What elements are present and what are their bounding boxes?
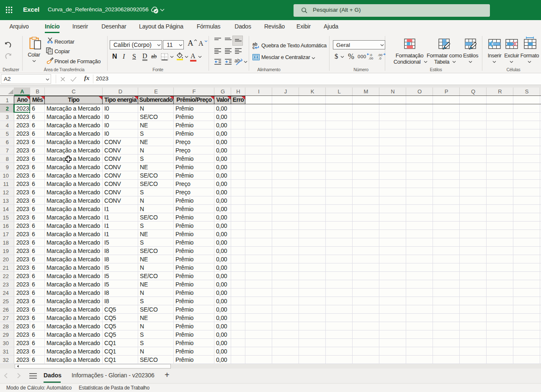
svg-text:.0: .0: [379, 57, 381, 60]
svg-text:ab: ab: [234, 58, 240, 64]
svg-text:.00: .00: [368, 57, 374, 60]
svg-text:c: c: [252, 45, 255, 49]
